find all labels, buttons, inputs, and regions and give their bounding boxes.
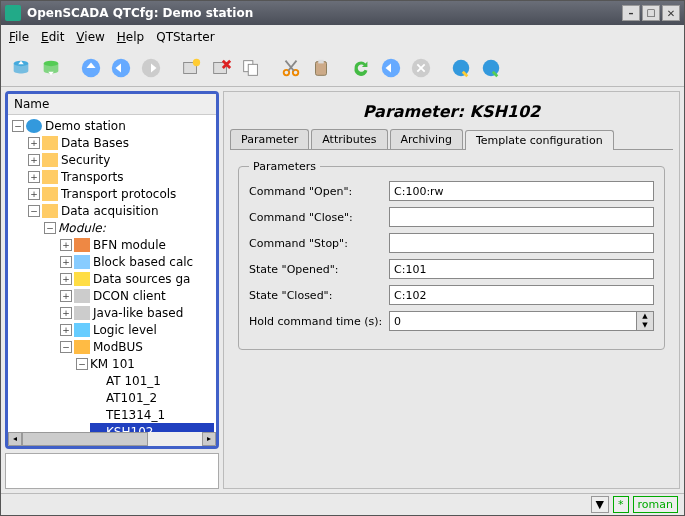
- tab-parameter[interactable]: Parameter: [230, 129, 309, 149]
- menubar: File Edit View Help QTStarter: [1, 25, 684, 49]
- window-title: OpenSCADA QTCfg: Demo station: [27, 6, 253, 20]
- expand-icon[interactable]: +: [60, 307, 72, 319]
- tabbar: Parameter Attributes Archiving Template …: [224, 129, 679, 149]
- window-titlebar: OpenSCADA QTCfg: Demo station – ☐ ✕: [1, 1, 684, 25]
- menu-file[interactable]: File: [9, 30, 29, 44]
- expand-icon[interactable]: +: [60, 273, 72, 285]
- tab-attributes[interactable]: Attributes: [311, 129, 387, 149]
- db-down-icon[interactable]: [37, 54, 65, 82]
- tree-bfn[interactable]: BFN module: [93, 238, 166, 252]
- tree-ksh102[interactable]: KSH102: [106, 425, 153, 433]
- app-icon: [5, 5, 21, 21]
- tree-hscrollbar[interactable]: ◂ ▸: [8, 432, 216, 446]
- menu-view[interactable]: View: [76, 30, 104, 44]
- svg-rect-13: [318, 59, 324, 63]
- spin-up-button[interactable]: ▲: [637, 312, 653, 321]
- menu-help[interactable]: Help: [117, 30, 144, 44]
- expand-icon[interactable]: +: [28, 188, 40, 200]
- tree-data-acquisition[interactable]: Data acquisition: [61, 204, 159, 218]
- state-opened-label: State "Opened":: [249, 263, 389, 276]
- status-modified-icon[interactable]: *: [613, 496, 629, 513]
- cmd-stop-label: Command "Stop":: [249, 237, 389, 250]
- tool-a-icon[interactable]: [447, 54, 475, 82]
- hold-time-label: Hold command time (s):: [249, 315, 389, 328]
- delete-item-icon[interactable]: [207, 54, 235, 82]
- page-title: Parameter: KSH102: [224, 92, 679, 129]
- paste-icon[interactable]: [307, 54, 335, 82]
- cmd-open-input[interactable]: [389, 181, 654, 201]
- svg-rect-12: [316, 61, 327, 75]
- tree[interactable]: −Demo station +Data Bases +Security +Tra…: [8, 115, 216, 432]
- nav-up-icon[interactable]: [77, 54, 105, 82]
- tree-te1314[interactable]: TE1314_1: [106, 408, 165, 422]
- hold-time-input[interactable]: [389, 311, 637, 331]
- tree-transport-protocols[interactable]: Transport protocols: [61, 187, 176, 201]
- tree-panel: Name −Demo station +Data Bases +Security…: [5, 91, 219, 449]
- svg-rect-9: [248, 64, 257, 75]
- refresh-icon[interactable]: [347, 54, 375, 82]
- tree-datasources[interactable]: Data sources ga: [93, 272, 190, 286]
- expand-icon[interactable]: +: [28, 154, 40, 166]
- state-closed-input[interactable]: [389, 285, 654, 305]
- cmd-close-input[interactable]: [389, 207, 654, 227]
- scroll-thumb[interactable]: [22, 432, 148, 446]
- expand-icon[interactable]: +: [60, 256, 72, 268]
- tree-block[interactable]: Block based calc: [93, 255, 193, 269]
- start-icon[interactable]: [377, 54, 405, 82]
- expand-icon[interactable]: +: [60, 239, 72, 251]
- tree-module[interactable]: Module:: [58, 221, 106, 235]
- expand-icon[interactable]: +: [28, 137, 40, 149]
- scroll-left-button[interactable]: ◂: [8, 432, 22, 446]
- tree-modbus[interactable]: ModBUS: [93, 340, 143, 354]
- minimize-button[interactable]: –: [622, 5, 640, 21]
- tree-logic[interactable]: Logic level: [93, 323, 157, 337]
- tree-java[interactable]: Java-like based: [93, 306, 183, 320]
- parameters-group: Parameters Command "Open": Command "Clos…: [238, 160, 665, 350]
- expand-icon[interactable]: −: [12, 120, 24, 132]
- expand-icon[interactable]: −: [60, 341, 72, 353]
- expand-icon[interactable]: +: [60, 324, 72, 336]
- expand-icon[interactable]: +: [60, 290, 72, 302]
- nav-forward-icon[interactable]: [137, 54, 165, 82]
- maximize-button[interactable]: ☐: [642, 5, 660, 21]
- status-user[interactable]: roman: [633, 496, 678, 513]
- tree-at101-2[interactable]: AT101_2: [106, 391, 157, 405]
- db-up-icon[interactable]: [7, 54, 35, 82]
- cut-icon[interactable]: [277, 54, 305, 82]
- tree-km101[interactable]: KM 101: [90, 357, 135, 371]
- nav-back-icon[interactable]: [107, 54, 135, 82]
- cmd-open-label: Command "Open":: [249, 185, 389, 198]
- svg-point-6: [193, 58, 200, 65]
- parameters-legend: Parameters: [249, 160, 320, 173]
- tree-security[interactable]: Security: [61, 153, 110, 167]
- bottom-input-panel[interactable]: [5, 453, 219, 489]
- state-opened-input[interactable]: [389, 259, 654, 279]
- status-dropdown[interactable]: ▼: [591, 496, 609, 513]
- cmd-stop-input[interactable]: [389, 233, 654, 253]
- scroll-right-button[interactable]: ▸: [202, 432, 216, 446]
- tab-template-configuration[interactable]: Template configuration: [465, 130, 614, 150]
- spin-down-button[interactable]: ▼: [637, 321, 653, 330]
- expand-icon[interactable]: −: [44, 222, 56, 234]
- expand-icon[interactable]: +: [28, 171, 40, 183]
- expand-icon[interactable]: −: [76, 358, 88, 370]
- tool-b-icon[interactable]: [477, 54, 505, 82]
- expand-icon[interactable]: −: [28, 205, 40, 217]
- menu-qtstarter[interactable]: QTStarter: [156, 30, 214, 44]
- tree-root[interactable]: Demo station: [45, 119, 126, 133]
- copy-icon[interactable]: [237, 54, 265, 82]
- tree-transports[interactable]: Transports: [61, 170, 124, 184]
- cmd-close-label: Command "Close":: [249, 211, 389, 224]
- statusbar: ▼ * roman: [1, 493, 684, 515]
- menu-edit[interactable]: Edit: [41, 30, 64, 44]
- stop-icon[interactable]: [407, 54, 435, 82]
- tab-archiving[interactable]: Archiving: [390, 129, 463, 149]
- toolbar: [1, 49, 684, 87]
- tree-dcon[interactable]: DCON client: [93, 289, 166, 303]
- tree-at101-1[interactable]: AT 101_1: [106, 374, 161, 388]
- tree-header[interactable]: Name: [8, 94, 216, 115]
- new-item-icon[interactable]: [177, 54, 205, 82]
- tree-databases[interactable]: Data Bases: [61, 136, 129, 150]
- close-button[interactable]: ✕: [662, 5, 680, 21]
- state-closed-label: State "Closed":: [249, 289, 389, 302]
